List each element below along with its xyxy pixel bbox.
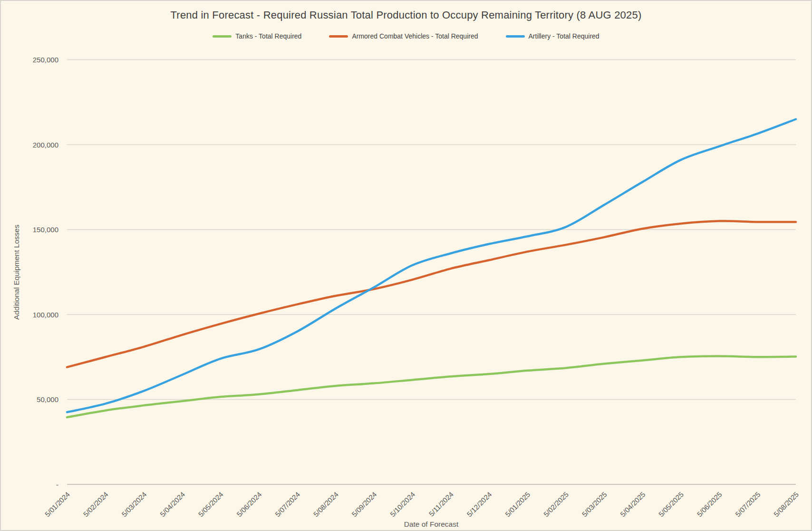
x-tick-label: 5/12/2024 [465, 490, 493, 518]
y-tick-label: 150,000 [33, 226, 58, 234]
x-axis-title: Date of Forecast [404, 520, 459, 528]
x-tick-label: 5/06/2025 [696, 490, 724, 518]
x-tick-label: 5/09/2024 [350, 490, 378, 518]
x-tick-label: 5/05/2024 [197, 490, 225, 518]
y-axis-title: Additional Equipment Losses [12, 225, 20, 320]
x-tick-label: 5/01/2025 [503, 490, 532, 518]
x-tick-label: 5/07/2025 [734, 490, 762, 518]
x-tick-label: 5/05/2025 [657, 490, 685, 518]
x-tick-label: 5/08/2024 [312, 490, 340, 518]
x-tick-label: 5/10/2024 [388, 490, 416, 518]
x-tick-label: 5/06/2024 [235, 490, 263, 518]
x-tick-label: 5/04/2025 [619, 490, 647, 518]
chart-frame: Trend in Forecast - Required Russian Tot… [0, 0, 812, 531]
series-line-artillery [67, 119, 796, 413]
x-tick-label: 5/07/2024 [273, 490, 301, 518]
x-tick-label: 5/04/2024 [158, 490, 186, 518]
y-tick-label: - [56, 481, 58, 489]
series-line-acv [67, 221, 796, 367]
y-tick-label: 50,000 [37, 395, 58, 403]
y-tick-label: 200,000 [33, 141, 58, 149]
series-line-tanks [67, 356, 796, 418]
x-tick-label: 5/08/2025 [772, 490, 800, 518]
x-tick-label: 5/03/2024 [120, 490, 148, 518]
x-tick-label: 5/01/2024 [43, 490, 71, 518]
x-tick-label: 5/02/2024 [82, 490, 110, 518]
y-tick-label: 100,000 [33, 311, 58, 319]
chart-canvas: -50,000100,000150,000200,000250,0005/01/… [1, 1, 812, 531]
x-tick-label: 5/11/2024 [427, 490, 454, 518]
y-tick-label: 250,000 [33, 56, 58, 64]
x-tick-label: 5/03/2025 [580, 490, 609, 518]
x-tick-label: 5/02/2025 [542, 490, 570, 518]
